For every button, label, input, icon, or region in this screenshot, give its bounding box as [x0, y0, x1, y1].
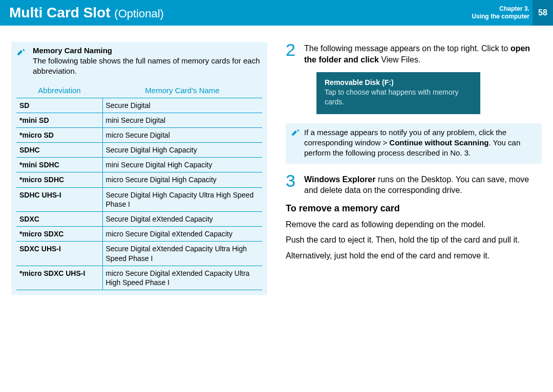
step-3-number: 3: [286, 173, 299, 196]
scan-warning-text: If a message appears to notify you of an…: [304, 127, 537, 159]
step-3-text-a: Windows Explorer: [304, 175, 375, 184]
cell-name: Secure Digital eXtended Capacity Ultra H…: [102, 242, 262, 266]
title-main: Multi Card Slot: [9, 5, 111, 20]
cell-abbr: *micro SDHC: [16, 172, 102, 187]
chapter-line1: Chapter 3.: [472, 5, 529, 13]
toast-title: Removable Disk (F:): [325, 78, 472, 86]
page-number: 58: [533, 0, 553, 26]
cell-abbr: SDXC UHS-I: [16, 242, 102, 266]
table-row: SDSecure Digital: [16, 98, 262, 113]
note2-b: Continue without Scanning: [389, 138, 488, 147]
note-body: The following table shows the full names…: [33, 56, 262, 77]
title-optional: (Optional): [114, 7, 164, 20]
cell-abbr: *micro SDXC: [16, 227, 102, 242]
cell-name: Secure Digital High Capacity: [102, 143, 262, 158]
page-title: Multi Card Slot (Optional): [9, 5, 164, 21]
removable-disk-toast[interactable]: Removable Disk (F:) Tap to choose what h…: [316, 72, 480, 114]
step-2-text-a: The following message appears on the top…: [304, 44, 511, 53]
cell-name: micro Secure Digital High Capacity: [102, 172, 262, 187]
memory-card-naming-note: Memory Card Naming The following table s…: [11, 42, 267, 295]
cell-name: Secure Digital eXtended Capacity: [102, 212, 262, 227]
table-header-name: Memory Card's Name: [102, 83, 262, 98]
remove-para-3: Alternatively, just hold the end of the …: [286, 250, 542, 262]
table-row: SDXC UHS-ISecure Digital eXtended Capaci…: [16, 242, 262, 266]
table-row: *micro SDXC UHS-Imicro Secure Digital eX…: [16, 266, 262, 290]
right-column: 2 The following message appears on the t…: [286, 42, 542, 295]
cell-name: mini Secure Digital: [102, 113, 262, 127]
cell-abbr: SDXC: [16, 212, 102, 227]
table-row: *mini SDHCmini Secure Digital High Capac…: [16, 158, 262, 172]
cell-abbr: SDHC UHS-I: [16, 187, 102, 211]
left-column: Memory Card Naming The following table s…: [11, 42, 267, 295]
table-row: *micro SDXCmicro Secure Digital eXtended…: [16, 227, 262, 242]
table-row: *micro SDHCmicro Secure Digital High Cap…: [16, 172, 262, 187]
step-2-text-c: View Files.: [379, 55, 421, 64]
note-heading: Memory Card Naming: [33, 46, 262, 55]
table-header-abbr: Abbreviation: [16, 83, 102, 98]
cell-name: micro Secure Digital: [102, 127, 262, 142]
chapter-info: Chapter 3. Using the computer: [472, 5, 533, 20]
table-row: *mini SDmini Secure Digital: [16, 113, 262, 127]
step-2-text: The following message appears on the top…: [304, 42, 542, 65]
cell-abbr: *mini SD: [16, 113, 102, 127]
step-2: 2 The following message appears on the t…: [286, 42, 542, 65]
cell-abbr: SD: [16, 98, 102, 113]
cell-abbr: *mini SDHC: [16, 158, 102, 172]
step-2-number: 2: [286, 42, 299, 65]
remove-card-heading: To remove a memory card: [286, 203, 542, 214]
cell-name: micro Secure Digital eXtended Capacity U…: [102, 266, 262, 290]
cell-name: Secure Digital: [102, 98, 262, 113]
note-pencil-icon: [16, 47, 26, 77]
cell-abbr: *micro SD: [16, 127, 102, 142]
step-3-text: Windows Explorer runs on the Desktop. Yo…: [304, 173, 542, 196]
chapter-line2: Using the computer: [472, 13, 529, 20]
table-row: *micro SDmicro Secure Digital: [16, 127, 262, 142]
cell-name: Secure Digital High Capacity Ultra High …: [102, 187, 262, 211]
table-row: SDXCSecure Digital eXtended Capacity: [16, 212, 262, 227]
table-row: SDHCSecure Digital High Capacity: [16, 143, 262, 158]
toast-body: Tap to choose what happens with memory c…: [325, 88, 472, 107]
note-pencil-icon: [291, 127, 300, 159]
cell-name: mini Secure Digital High Capacity: [102, 158, 262, 172]
remove-para-1: Remove the card as following depending o…: [286, 219, 542, 230]
scan-warning-note: If a message appears to notify you of an…: [286, 123, 542, 164]
remove-para-2: Push the card to eject it. Then, hold th…: [286, 234, 542, 246]
memory-card-table: Abbreviation Memory Card's Name SDSecure…: [16, 83, 262, 291]
cell-name: micro Secure Digital eXtended Capacity: [102, 227, 262, 242]
table-row: SDHC UHS-ISecure Digital High Capacity U…: [16, 187, 262, 211]
cell-abbr: *micro SDXC UHS-I: [16, 266, 102, 290]
cell-abbr: SDHC: [16, 143, 102, 158]
header-right-block: Chapter 3. Using the computer 58: [472, 0, 553, 26]
step-3: 3 Windows Explorer runs on the Desktop. …: [286, 173, 542, 196]
page-header: Multi Card Slot (Optional) Chapter 3. Us…: [0, 0, 553, 26]
